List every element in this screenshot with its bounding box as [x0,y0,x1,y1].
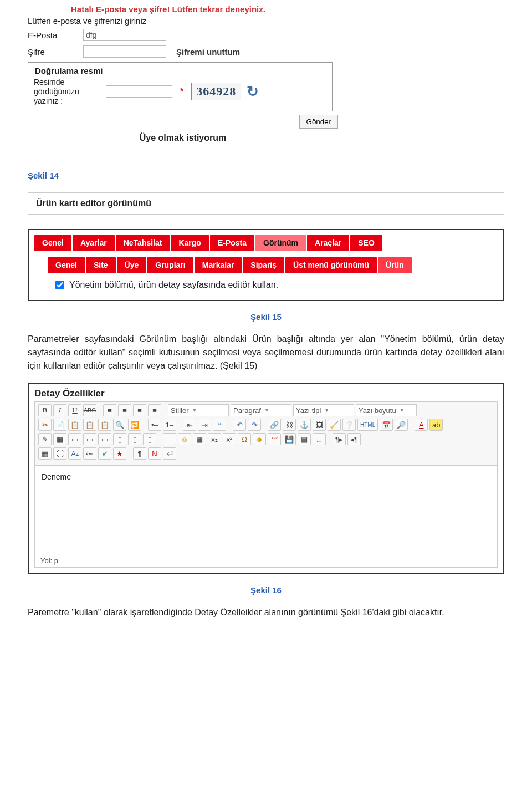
refresh-icon[interactable]: ↻ [247,83,259,100]
subtab-urun[interactable]: Ürün [378,257,412,273]
align-right-button[interactable]: ≡ [133,404,146,416]
unlink-button[interactable]: ⛓ [283,419,296,431]
tab-seo[interactable]: SEO [350,235,382,251]
table-button[interactable]: ▦ [53,433,66,445]
copy-button[interactable]: 📄 [53,419,66,431]
captcha-label: Resimde gördüğünüzü yazınız : [34,78,100,105]
tab-netahsilat[interactable]: NeTahsilat [116,235,170,251]
bold-button[interactable]: B [38,404,52,416]
spell2-button[interactable]: ✔ [98,447,111,460]
captcha-input[interactable] [106,85,172,98]
preview-button[interactable]: 🔎 [395,419,408,431]
col-after-button[interactable]: ▯ [128,433,141,445]
star-button[interactable]: ★ [113,447,126,460]
html-button[interactable]: HTML [357,419,378,431]
password-label: Şifre [28,47,83,57]
email-field[interactable] [83,29,166,41]
subtab-site[interactable]: Site [86,257,116,273]
submit-button[interactable]: Gönder [299,115,338,129]
redo-button[interactable]: ↷ [248,419,261,431]
undo-button[interactable]: ↶ [233,419,246,431]
anchor-button[interactable]: ⚓ [298,419,311,431]
row-before-button[interactable]: ▭ [68,433,81,445]
fontsize-select[interactable]: Yazı boyutu▼ [356,404,417,416]
captcha-legend: Doğrulama resmi [34,66,104,75]
aa-button[interactable]: A₄ [68,447,81,460]
signup-link[interactable]: Üye olmak istiyorum [28,133,338,143]
backcolor-button[interactable]: ab [429,419,443,431]
find-button[interactable]: 🔍 [113,419,126,431]
cleanup-button[interactable]: 🧹 [328,419,341,431]
inner-tab-row: Genel Site Üye Grupları Markalar Sipariş… [48,257,498,273]
ns-button[interactable]: N [148,447,161,460]
layer-button[interactable]: ▤ [298,433,311,445]
subtab-ust-menu[interactable]: Üst menü görünümü [285,257,377,273]
tab-kargo[interactable]: Kargo [171,235,208,251]
break-button[interactable]: ⏎ [163,447,176,460]
image-button[interactable]: 🖼 [313,419,326,431]
bullet-list-button[interactable]: •– [148,419,161,431]
style-select[interactable]: Stiller▼ [168,404,229,416]
delete-col-button[interactable]: ▯ [143,433,156,445]
rtl-button[interactable]: ◂¶ [347,433,361,445]
subscript-button[interactable]: x₂ [208,433,221,445]
pilcrow-button[interactable]: ¶ [133,447,146,460]
outdent-button[interactable]: ⇤ [183,419,196,431]
indent-button[interactable]: ⇥ [198,419,211,431]
help-button[interactable]: ❔ [342,419,356,431]
row-after-button[interactable]: ▭ [83,433,96,445]
ltr-button[interactable]: ¶▸ [332,433,346,445]
tab-ayarlar[interactable]: Ayarlar [73,235,115,251]
tab-eposta[interactable]: E-Posta [210,235,254,251]
password-field[interactable] [83,45,166,58]
align-center-button[interactable]: ≡ [118,404,131,416]
replace-button[interactable]: 🔁 [128,419,141,431]
charmap-button[interactable]: Ω [238,433,251,445]
layer2-button[interactable]: ▦ [38,447,52,460]
paste-text-button[interactable]: 📋 [83,419,96,431]
small-button[interactable]: ᴀʙᴄ [83,447,96,460]
delete-row-button[interactable]: ▭ [98,433,111,445]
subtab-gruplari[interactable]: Grupları [147,257,193,273]
emoticon-button[interactable]: ☺ [178,433,191,445]
tab-araclar[interactable]: Araçlar [307,235,349,251]
editor-figure: Detay Özellikler B I U ABC ≡ ≡ ≡ ≡ Still… [28,383,504,574]
hr-button[interactable]: — [163,433,176,445]
italic-button[interactable]: I [53,404,66,416]
top-tab-row: Genel Ayarlar NeTahsilat Kargo E-Posta G… [34,235,498,251]
subtab-genel[interactable]: Genel [48,257,85,273]
strike-button[interactable]: ABC [83,404,96,416]
tab-genel[interactable]: Genel [34,235,71,251]
editor-use-checkbox[interactable] [55,281,64,289]
align-justify-button[interactable]: ≡ [148,404,161,416]
paste-button[interactable]: 📋 [68,419,81,431]
email-label: E-Posta [28,30,83,40]
paste-word-button[interactable]: 📋 [98,419,111,431]
fullscreen-button[interactable]: ⛶ [53,447,66,460]
link-button[interactable]: 🔗 [268,419,281,431]
spellcheck-button[interactable]: ᴬᴮᶜ [268,433,281,445]
col-before-button[interactable]: ▯ [113,433,126,445]
number-list-button[interactable]: 1– [163,419,176,431]
forgot-password-link[interactable]: Şifremi unuttum [176,47,240,57]
forecolor-button[interactable]: A [415,419,428,431]
tab-gorunum[interactable]: Görünüm [255,235,306,251]
emote2-button[interactable]: ☻ [253,433,266,445]
underline-button[interactable]: U [68,404,81,416]
subtab-uye[interactable]: Üye [117,257,147,273]
editor-toolbar: B I U ABC ≡ ≡ ≡ ≡ Stiller▼ Paragraf▼ Yaz… [34,401,498,466]
blockquote-button[interactable]: ❝ [213,419,226,431]
cut-button[interactable]: ✂ [38,419,52,431]
superscript-button[interactable]: x² [223,433,236,445]
media-button[interactable]: ▦ [193,433,206,445]
align-left-button[interactable]: ≡ [103,404,116,416]
format-select[interactable]: Paragraf▼ [231,404,291,416]
date-button[interactable]: 📅 [380,419,393,431]
editor-content-area[interactable]: Deneme [34,466,498,554]
subtab-siparis[interactable]: Sipariş [243,257,284,273]
save-button[interactable]: 💾 [283,433,296,445]
edit-button[interactable]: ✎ [38,433,52,445]
nbsp-button[interactable]: ⎵ [313,433,326,445]
font-select[interactable]: Yazı tipi▼ [293,404,354,416]
subtab-markalar[interactable]: Markalar [195,257,242,273]
